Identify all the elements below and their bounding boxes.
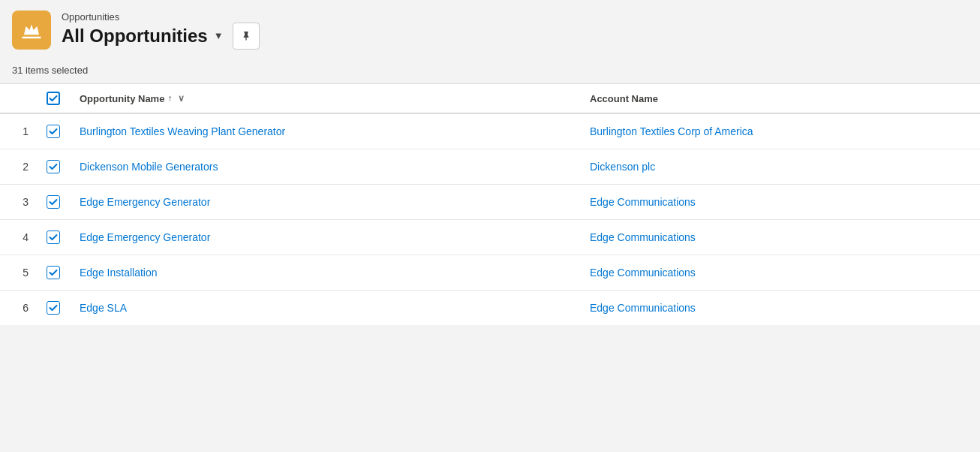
account-name-cell: Edge Communications — [581, 185, 980, 220]
opportunity-name-link[interactable]: Edge Installation — [80, 267, 158, 279]
col-header-account: Account Name — [581, 84, 980, 113]
account-name-cell: Dickenson plc — [581, 149, 980, 185]
row-checkbox-cell — [38, 255, 71, 291]
opportunity-name-cell: Edge Emergency Generator — [71, 220, 581, 255]
table-row: 1Burlington Textiles Weaving Plant Gener… — [0, 113, 980, 149]
row-checkbox-cell — [38, 113, 71, 149]
table-row: 2Dickenson Mobile GeneratorsDickenson pl… — [0, 149, 980, 185]
opportunity-name-cell: Dickenson Mobile Generators — [71, 149, 581, 185]
row-number: 3 — [0, 185, 38, 220]
account-name-link[interactable]: Edge Communications — [590, 302, 696, 314]
table-body: 1Burlington Textiles Weaving Plant Gener… — [0, 113, 980, 325]
col-header-opportunity: Opportunity Name ↑ ∨ — [71, 84, 581, 113]
checkmark-icon — [49, 162, 58, 171]
header-title: All Opportunities — [62, 26, 208, 47]
account-name-cell: Edge Communications — [581, 291, 980, 326]
col-sort-dropdown[interactable]: ∨ — [178, 93, 185, 104]
items-selected-label: 31 items selected — [0, 60, 980, 83]
checkmark-icon — [49, 197, 58, 206]
account-name-cell: Edge Communications — [581, 220, 980, 255]
checkmark-icon — [49, 127, 58, 136]
account-name-cell: Edge Communications — [581, 255, 980, 291]
account-name-link[interactable]: Edge Communications — [590, 231, 696, 243]
opportunities-table: Opportunity Name ↑ ∨ Account Name 1Burli… — [0, 84, 980, 325]
table-row: 3Edge Emergency GeneratorEdge Communicat… — [0, 185, 980, 220]
row-6-checkbox[interactable] — [47, 301, 60, 315]
col-header-rownum — [0, 84, 38, 113]
checkmark-icon — [49, 268, 58, 277]
opportunity-name-link[interactable]: Dickenson Mobile Generators — [80, 161, 218, 173]
row-3-checkbox[interactable] — [47, 195, 60, 209]
view-dropdown-button[interactable]: ▼ — [214, 30, 224, 41]
row-number: 1 — [0, 113, 38, 149]
table-row: 5Edge InstallationEdge Communications — [0, 255, 980, 291]
row-checkbox-cell — [38, 149, 71, 185]
table-row: 4Edge Emergency GeneratorEdge Communicat… — [0, 220, 980, 255]
opportunity-name-link[interactable]: Edge Emergency Generator — [80, 231, 210, 243]
row-5-checkbox[interactable] — [47, 266, 60, 279]
checkmark-icon — [49, 233, 58, 242]
checkmark-icon — [49, 303, 58, 312]
table-container: Opportunity Name ↑ ∨ Account Name 1Burli… — [0, 83, 980, 325]
account-name-link[interactable]: Edge Communications — [590, 267, 696, 279]
opportunity-col-label: Opportunity Name — [80, 93, 164, 104]
table-header-row: Opportunity Name ↑ ∨ Account Name — [0, 84, 980, 113]
opportunity-name-cell: Burlington Textiles Weaving Plant Genera… — [71, 113, 581, 149]
row-number: 2 — [0, 149, 38, 185]
opportunity-name-link[interactable]: Edge Emergency Generator — [80, 196, 210, 208]
header-subtitle: Opportunities — [62, 11, 260, 23]
row-number: 4 — [0, 220, 38, 255]
opportunity-name-link[interactable]: Edge SLA — [80, 302, 127, 314]
row-2-checkbox[interactable] — [47, 160, 60, 173]
opportunity-name-cell: Edge SLA — [71, 291, 581, 326]
row-number: 5 — [0, 255, 38, 291]
row-checkbox-cell — [38, 291, 71, 326]
account-name-cell: Burlington Textiles Corp of America — [581, 113, 980, 149]
opportunity-name-cell: Edge Installation — [71, 255, 581, 291]
page-header: Opportunities All Opportunities ▼ — [0, 0, 980, 60]
pin-button[interactable] — [233, 23, 260, 50]
header-title-row: All Opportunities ▼ — [62, 23, 260, 50]
row-4-checkbox[interactable] — [47, 231, 60, 244]
row-number: 6 — [0, 291, 38, 326]
account-name-link[interactable]: Burlington Textiles Corp of America — [590, 125, 753, 137]
row-checkbox-cell — [38, 185, 71, 220]
account-name-link[interactable]: Edge Communications — [590, 196, 696, 208]
row-checkbox-cell — [38, 220, 71, 255]
select-all-checkbox[interactable] — [47, 92, 60, 105]
row-1-checkbox[interactable] — [47, 125, 60, 138]
col-header-checkbox — [38, 84, 71, 113]
opportunity-name-link[interactable]: Burlington Textiles Weaving Plant Genera… — [80, 125, 285, 137]
account-name-link[interactable]: Dickenson plc — [590, 161, 655, 173]
sort-asc-icon[interactable]: ↑ — [167, 93, 172, 104]
pin-icon — [240, 30, 252, 42]
crown-icon — [20, 19, 43, 41]
opportunity-name-cell: Edge Emergency Generator — [71, 185, 581, 220]
table-row: 6Edge SLAEdge Communications — [0, 291, 980, 326]
app-icon — [12, 11, 51, 50]
checkmark-icon — [49, 94, 58, 103]
header-text-block: Opportunities All Opportunities ▼ — [62, 11, 260, 50]
